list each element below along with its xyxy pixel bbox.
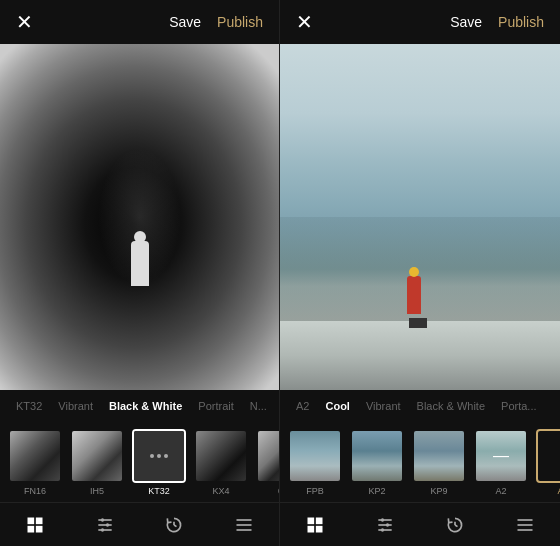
left-grid-icon[interactable] [19, 509, 51, 541]
left-adjust-svg [95, 515, 115, 535]
left-publish-button[interactable]: Publish [217, 14, 263, 30]
left-filter-01-preview [258, 431, 279, 481]
right-history-icon[interactable] [439, 509, 471, 541]
left-photo-person [131, 241, 149, 286]
right-adjust-icon[interactable] [369, 509, 401, 541]
right-grid-icon[interactable] [299, 509, 331, 541]
right-grid-svg [305, 515, 325, 535]
left-photo-bw [0, 44, 279, 390]
left-save-button[interactable]: Save [169, 14, 201, 30]
right-menu-icon[interactable] [509, 509, 541, 541]
right-cat-a2[interactable]: A2 [288, 400, 317, 412]
right-cat-cool[interactable]: Cool [317, 400, 357, 412]
svg-point-22 [386, 523, 389, 526]
left-cat-portrait[interactable]: Portrait [190, 400, 241, 412]
right-filter-a5-preview [538, 431, 560, 481]
svg-point-7 [105, 523, 108, 526]
left-filter-01-img [256, 429, 279, 483]
left-menu-svg [234, 515, 254, 535]
left-filter-kx4-img [194, 429, 248, 483]
left-filter-kt32[interactable]: KT32 [130, 429, 188, 496]
right-filter-fpb[interactable]: FPB [286, 429, 344, 496]
left-filter-fn16[interactable]: FN16 [6, 429, 64, 496]
left-filter-ih5-preview [72, 431, 122, 481]
left-grid-svg [25, 515, 45, 535]
left-history-svg [164, 515, 184, 535]
dot3 [164, 454, 168, 458]
left-cat-kt32[interactable]: KT32 [8, 400, 50, 412]
left-filter-strip: KT32 Vibrant Black & White Portrait N...… [0, 390, 279, 502]
left-filter-thumbs: FN16 IH5 KT32 [0, 422, 279, 502]
right-cat-bw[interactable]: Black & White [409, 400, 493, 412]
left-history-icon[interactable] [158, 509, 190, 541]
left-filter-kx4[interactable]: KX4 [192, 429, 250, 496]
right-filter-fpb-img [288, 429, 342, 483]
left-filter-kx4-preview [196, 431, 246, 481]
left-filter-ih5[interactable]: IH5 [68, 429, 126, 496]
left-filter-fn16-img [8, 429, 62, 483]
right-filter-a2-img: — [474, 429, 528, 483]
right-header: ✕ Save Publish [280, 0, 560, 44]
right-filter-thumbs: FPB KP2 KP9 — [280, 422, 560, 502]
left-panel: ✕ Save Publish KT32 Vibrant Black & Whit… [0, 0, 280, 546]
right-photo-area [280, 44, 560, 390]
right-save-button[interactable]: Save [450, 14, 482, 30]
right-filter-a5[interactable]: A5 [534, 429, 560, 496]
right-filter-a5-img [536, 429, 560, 483]
left-filter-kt32-preview [134, 431, 184, 481]
svg-point-24 [381, 528, 384, 531]
right-photo-color [280, 44, 560, 390]
svg-rect-18 [316, 525, 323, 532]
left-cat-more[interactable]: N... [242, 400, 275, 412]
right-filter-a2-icon: — [493, 447, 509, 465]
left-filter-ih5-label: IH5 [90, 486, 104, 496]
svg-rect-2 [27, 525, 34, 532]
right-filter-kp2-preview [352, 431, 402, 481]
right-filter-fpb-label: FPB [306, 486, 324, 496]
svg-rect-3 [36, 525, 43, 532]
right-photo-legs [409, 318, 427, 328]
left-close-icon[interactable]: ✕ [16, 12, 33, 32]
svg-rect-16 [316, 517, 323, 524]
left-filter-kt32-label: KT32 [148, 486, 170, 496]
left-cat-bw[interactable]: Black & White [101, 400, 190, 412]
svg-rect-15 [308, 517, 315, 524]
left-filter-kt32-img [132, 429, 186, 483]
left-filter-01[interactable]: 01 [254, 429, 279, 496]
right-filter-kp9-preview [414, 431, 464, 481]
right-panel: ✕ Save Publish A2 Cool Vibrant Black & W… [280, 0, 560, 546]
left-adjust-icon[interactable] [89, 509, 121, 541]
left-header: ✕ Save Publish [0, 0, 279, 44]
svg-point-20 [381, 518, 384, 521]
right-photo-person [407, 276, 421, 314]
right-cat-vibrant[interactable]: Vibrant [358, 400, 409, 412]
left-menu-icon[interactable] [228, 509, 260, 541]
right-filter-kp2[interactable]: KP2 [348, 429, 406, 496]
right-close-icon[interactable]: ✕ [296, 12, 313, 32]
right-filter-kp9-img [412, 429, 466, 483]
svg-point-9 [100, 528, 103, 531]
svg-line-11 [174, 525, 177, 527]
right-filter-kp9[interactable]: KP9 [410, 429, 468, 496]
dot1 [150, 454, 154, 458]
right-filter-categories: A2 Cool Vibrant Black & White Porta... [280, 390, 560, 422]
right-filter-a2[interactable]: — A2 [472, 429, 530, 496]
left-bottom-toolbar [0, 502, 279, 546]
left-filter-fn16-label: FN16 [24, 486, 46, 496]
right-adjust-svg [375, 515, 395, 535]
left-header-actions: Save Publish [169, 14, 263, 30]
right-filter-strip: A2 Cool Vibrant Black & White Porta... F… [280, 390, 560, 502]
left-filter-fn16-preview [10, 431, 60, 481]
dot2 [157, 454, 161, 458]
left-filter-ih5-img [70, 429, 124, 483]
svg-point-5 [100, 518, 103, 521]
right-header-actions: Save Publish [450, 14, 544, 30]
right-filter-kp2-label: KP2 [368, 486, 385, 496]
right-filter-a2-label: A2 [495, 486, 506, 496]
right-cat-portrait[interactable]: Porta... [493, 400, 544, 412]
right-publish-button[interactable]: Publish [498, 14, 544, 30]
right-menu-svg [515, 515, 535, 535]
left-cat-vibrant[interactable]: Vibrant [50, 400, 101, 412]
svg-rect-17 [308, 525, 315, 532]
svg-rect-0 [27, 517, 34, 524]
